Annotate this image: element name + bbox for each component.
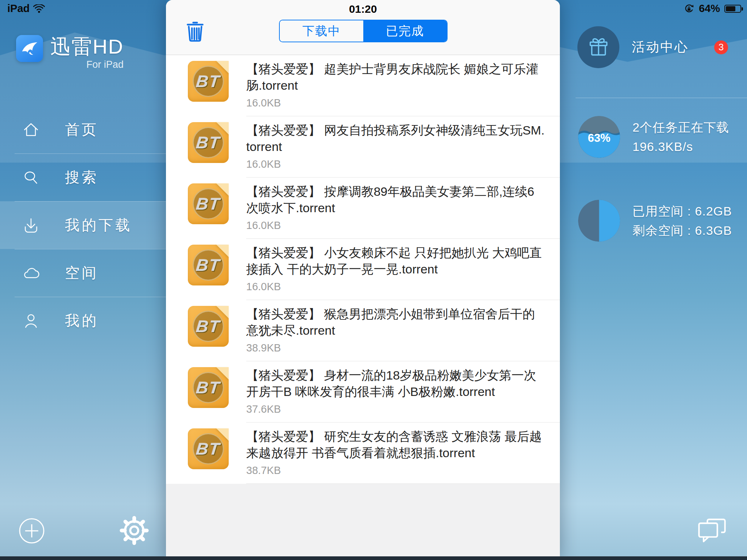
sidebar-item-home[interactable]: 首页 bbox=[0, 106, 166, 153]
torrent-title: 【猪头爱爱】 超美护士背男友床战院长 媚娘之可乐灌肠.torrent bbox=[246, 61, 545, 94]
right-panel-divider bbox=[576, 98, 747, 98]
progress-wave-icon: 63% bbox=[578, 116, 620, 158]
torrent-size: 16.0KB bbox=[246, 158, 545, 170]
tab-downloading[interactable]: 下载中 bbox=[280, 20, 363, 42]
trash-icon[interactable] bbox=[186, 20, 204, 42]
cloud-icon bbox=[23, 265, 39, 281]
download-item[interactable]: BT 【猪头爱爱】 按摩调教89年极品美女妻第二部,连续6次喷水下.torren… bbox=[166, 178, 560, 239]
torrent-file-icon: BT bbox=[188, 306, 229, 347]
battery-icon bbox=[724, 5, 741, 13]
sidebar-item-me[interactable]: 我的 bbox=[0, 297, 166, 345]
torrent-file-icon: BT bbox=[188, 61, 229, 102]
torrent-file-icon: BT bbox=[188, 428, 229, 469]
user-icon bbox=[23, 312, 39, 329]
activity-badge: 3 bbox=[714, 40, 728, 54]
gift-icon bbox=[577, 26, 619, 68]
bird-logo-icon bbox=[16, 35, 43, 62]
settings-gear-button[interactable] bbox=[119, 516, 149, 545]
sidebar-item-space[interactable]: 空间 bbox=[0, 249, 166, 297]
torrent-title: 【猪头爱爱】 网友自拍投稿系列女神级清纯玉女玩SM.torrent bbox=[246, 122, 545, 155]
tab-completed[interactable]: 已完成 bbox=[363, 20, 447, 42]
app-title: 迅雷HD bbox=[50, 35, 124, 58]
torrent-file-icon: BT bbox=[188, 183, 229, 224]
app-subtitle: For iPad bbox=[50, 59, 124, 70]
torrent-file-icon: BT bbox=[188, 367, 229, 408]
download-item[interactable]: BT 【猪头爱爱】 超美护士背男友床战院长 媚娘之可乐灌肠.torrent 16… bbox=[166, 55, 560, 116]
torrent-file-icon: BT bbox=[188, 245, 229, 285]
downloads-panel: 01:20 下载中 已完成 BT 【猪头爱爱】 超美护士背男友床战院长 媚娘之可… bbox=[166, 0, 560, 560]
sidebar: 迅雷HD For iPad 首页 搜索 我的下载 空间 bbox=[0, 0, 166, 560]
download-icon bbox=[23, 217, 39, 234]
sidebar-item-my-downloads[interactable]: 我的下载 bbox=[0, 201, 166, 249]
torrent-title: 【猪头爱爱】 按摩调教89年极品美女妻第二部,连续6次喷水下.torrent bbox=[246, 183, 545, 216]
torrent-size: 38.7KB bbox=[246, 464, 545, 477]
download-item[interactable]: BT 【猪头爱爱】 研究生女友的含蓄诱惑 文雅浪荡 最后越来越放得开 书香气质看… bbox=[166, 423, 560, 484]
storage-pie-icon bbox=[578, 200, 620, 242]
screen-bottom-strip bbox=[0, 556, 747, 560]
torrent-size: 16.0KB bbox=[246, 281, 545, 293]
svg-text:63%: 63% bbox=[588, 132, 610, 144]
search-icon bbox=[23, 169, 39, 186]
torrent-title: 【猪头爱爱】 身材一流的18岁极品粉嫩美少女第一次开房干B 咪咪发育的很丰满 小… bbox=[246, 367, 545, 400]
tasks-speed-label: 196.3KB/s bbox=[632, 137, 729, 156]
home-icon bbox=[23, 121, 39, 138]
activity-center-label: 活动中心 bbox=[632, 38, 689, 56]
tasks-count-label: 2个任务正在下载 bbox=[632, 118, 729, 137]
battery-percent: 64% bbox=[699, 3, 720, 15]
torrent-size: 16.0KB bbox=[246, 97, 545, 109]
download-item[interactable]: BT 【猪头爱爱】 猴急男把漂亮小姐带到单位宿舍后干的意犹未尽.torrent … bbox=[166, 300, 560, 361]
torrent-title: 【猪头爱爱】 猴急男把漂亮小姐带到单位宿舍后干的意犹未尽.torrent bbox=[246, 306, 545, 339]
storage-free-label: 剩余空间 : 6.3GB bbox=[632, 221, 732, 240]
right-panel: 活动中心 3 63% 2个任务正在下载 196.3KB/s 已用空间 : 6.2… bbox=[560, 0, 747, 560]
download-item[interactable]: BT 【猪头爱爱】 小女友赖床不起 只好把她扒光 大鸡吧直接插入 干的大奶子一晃… bbox=[166, 239, 560, 300]
download-list: BT 【猪头爱爱】 超美护士背男友床战院长 媚娘之可乐灌肠.torrent 16… bbox=[166, 55, 560, 484]
torrent-size: 37.6KB bbox=[246, 403, 545, 415]
sidebar-menu: 首页 搜索 我的下载 空间 我的 bbox=[0, 106, 166, 345]
device-label: iPad bbox=[7, 3, 30, 15]
download-item[interactable]: BT 【猪头爱爱】 网友自拍投稿系列女神级清纯玉女玩SM.torrent 16.… bbox=[166, 116, 560, 178]
download-item[interactable]: BT 【猪头爱爱】 身材一流的18岁极品粉嫩美少女第一次开房干B 咪咪发育的很丰… bbox=[166, 361, 560, 423]
add-task-button[interactable] bbox=[19, 518, 45, 544]
rotation-lock-icon bbox=[684, 3, 694, 14]
wifi-icon bbox=[33, 4, 45, 13]
torrent-title: 【猪头爱爱】 研究生女友的含蓄诱惑 文雅浪荡 最后越来越放得开 书香气质看着就想… bbox=[246, 428, 545, 461]
torrent-size: 16.0KB bbox=[246, 219, 545, 232]
tab-bar: 下载中 已完成 bbox=[279, 20, 448, 42]
active-tasks-status[interactable]: 63% 2个任务正在下载 196.3KB/s bbox=[578, 116, 729, 158]
storage-status: 已用空间 : 6.2GB 剩余空间 : 6.3GB bbox=[578, 200, 732, 242]
torrent-size: 38.9KB bbox=[246, 342, 545, 354]
torrent-file-icon: BT bbox=[188, 122, 229, 163]
sidebar-item-search[interactable]: 搜索 bbox=[0, 153, 166, 201]
app-logo: 迅雷HD For iPad bbox=[16, 35, 124, 70]
activity-center[interactable]: 活动中心 3 bbox=[577, 26, 740, 68]
status-bar: iPad 64% bbox=[0, 0, 747, 16]
chat-bubbles-icon[interactable] bbox=[696, 517, 728, 545]
storage-used-label: 已用空间 : 6.2GB bbox=[632, 202, 732, 221]
torrent-title: 【猪头爱爱】 小女友赖床不起 只好把她扒光 大鸡吧直接插入 干的大奶子一晃一晃.… bbox=[246, 245, 545, 277]
